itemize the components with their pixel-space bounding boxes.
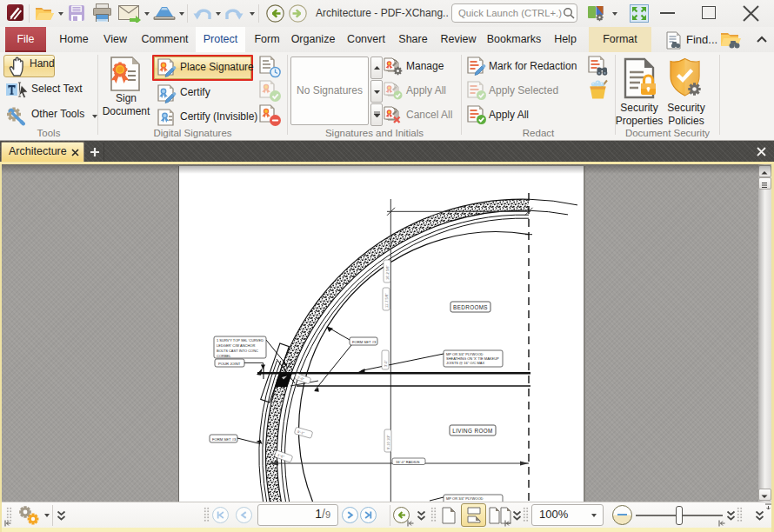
svg-text:MP OR 3/4" PLYWOOD: MP OR 3/4" PLYWOOD (446, 496, 484, 501)
svg-text:FORM SET #3: FORM SET #3 (212, 437, 237, 442)
svg-text:3'-0": 3'-0" (384, 359, 388, 367)
svg-text:LEDGER' C/W ANCHOR: LEDGER' C/W ANCHOR (217, 343, 255, 348)
svg-text:11'-7 5/8": 11'-7 5/8" (384, 293, 389, 308)
svg-text:BOLTS CAST INTO CONC: BOLTS CAST INTO CONC (217, 349, 258, 353)
svg-text:POUR JOINT: POUR JOINT (218, 362, 241, 366)
svg-text:BEDROOMS: BEDROOMS (453, 304, 488, 310)
svg-text:9'-10 1/2": 9'-10 1/2" (386, 435, 390, 449)
svg-text:JOISTS @ 16" O/C MAX: JOISTS @ 16" O/C MAX (446, 361, 484, 365)
svg-text:LIVING ROOM: LIVING ROOM (452, 428, 492, 434)
svg-text:FORM SET #3: FORM SET #3 (352, 340, 377, 344)
svg-text:16'-2 5/8": 16'-2 5/8" (385, 265, 390, 280)
svg-text:CORBEL: CORBEL (217, 354, 231, 358)
svg-text:1 SURV'Y TOP SEL 'CURVED: 1 SURV'Y TOP SEL 'CURVED (217, 338, 264, 342)
svg-text:16'-0" RADIUS: 16'-0" RADIUS (396, 460, 420, 464)
